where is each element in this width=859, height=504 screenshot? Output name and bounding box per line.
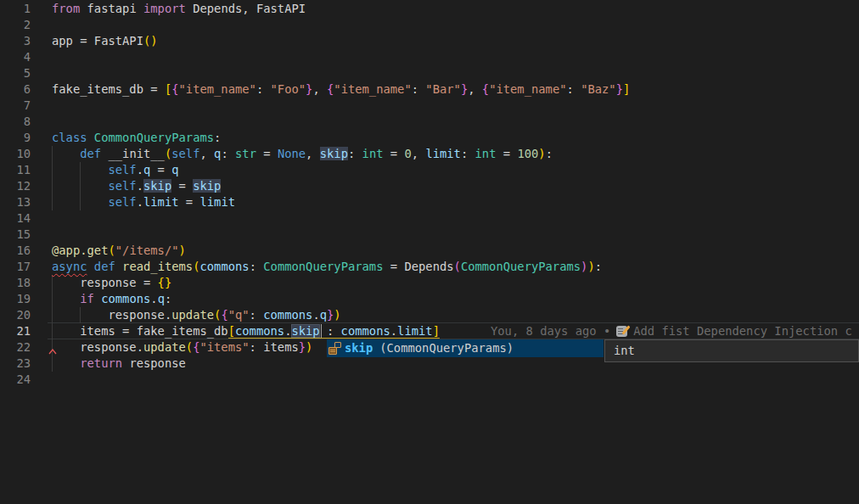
line-number[interactable]: 20 [0,307,31,323]
code-token [87,260,94,273]
line-number[interactable]: 24 [0,372,31,388]
line-number[interactable]: 3 [0,33,31,49]
code-token: , [199,147,214,160]
line-number[interactable]: 11 [0,162,31,178]
line-number[interactable]: 1 [0,1,31,17]
code-token: : [221,147,235,160]
line-number[interactable]: 17 [0,259,31,275]
code-token: int [475,147,497,160]
code-text: response = {} [31,275,171,291]
line-number[interactable]: 12 [0,178,31,194]
code-line[interactable]: 6fake_items_db = [{"item_name": "Foo"}, … [0,81,859,98]
code-token: { [221,308,227,322]
code-line[interactable]: 20 response.update({"q": commons.q}) [0,307,859,323]
suggest-details-panel: int [604,339,859,362]
code-token: limit [397,324,433,339]
code-text [31,98,52,114]
line-number[interactable]: 2 [0,17,31,33]
code-line[interactable]: 14 [0,210,859,227]
code-token: 0 [404,147,411,160]
code-token: fake_items_db = [52,82,165,96]
line-number[interactable]: 6 [0,81,31,98]
code-line[interactable]: 11 self.q = q [0,162,859,178]
code-token: items = fake_items_db [52,324,228,338]
code-token: commons [341,324,390,339]
code-token: ( [165,147,171,160]
code-text: response.update({"q": commons.q}) [31,307,341,323]
line-number[interactable]: 13 [0,194,31,210]
code-token: q [320,308,327,322]
suggest-item-label: skip [345,340,373,356]
code-line[interactable]: 19 if commons.q: [0,291,859,307]
code-line[interactable]: 10 def __init__(self, q: str = None, ski… [0,146,859,162]
code-token: limit [143,195,179,209]
code-token: commons [199,260,249,273]
code-token: ] [433,324,440,339]
code-line[interactable]: 1from fastapi import Depends, FastAPI [0,1,859,17]
code-line[interactable]: 16@app.get("/items/") [0,243,859,259]
code-token: = [256,147,278,160]
suggest-item-skip[interactable]: skip (CommonQueryParams) [327,339,604,357]
code-token: Depends [404,260,453,273]
code-line[interactable]: 12 self.skip = skip [0,178,859,194]
code-token: self [108,163,136,176]
code-token: "items" [199,340,249,354]
code-token: Depends, FastAPI [186,2,306,15]
code-line[interactable]: 18 response = {} [0,275,859,291]
code-text [31,114,52,130]
code-token: skip [193,179,221,193]
field-icon [328,342,342,356]
line-number[interactable]: 18 [0,275,31,291]
code-token: , [412,147,426,160]
code-token: ) [306,340,312,354]
code-token: : [348,147,362,160]
line-number[interactable]: 15 [0,227,31,243]
code-line[interactable]: 4 [0,49,859,65]
line-number[interactable]: 16 [0,243,31,259]
code-token [52,163,108,176]
line-number[interactable]: 4 [0,49,31,65]
code-line[interactable]: 5 [0,65,859,81]
code-token [52,179,108,193]
line-number[interactable]: 7 [0,98,31,114]
code-token: : [461,147,475,160]
code-token: ) [334,308,340,322]
code-token [94,292,101,305]
line-number[interactable]: 23 [0,356,31,372]
code-line[interactable]: 24 [0,372,859,388]
code-token: ] [623,82,630,96]
code-text [31,17,52,33]
code-line[interactable]: 13 self.limit = limit [0,194,859,210]
line-number[interactable]: 21 [0,323,31,339]
code-token: import [143,2,186,15]
code-text: fake_items_db = [{"item_name": "Foo"}, {… [31,81,630,98]
code-token: : [250,340,264,354]
code-text: def __init__(self, q: str = None, skip: … [31,146,553,162]
code-token: limit [425,147,461,160]
code-token: app = FastAPI [52,34,143,48]
code-line[interactable]: 2 [0,17,859,33]
code-line[interactable]: 7 [0,98,859,114]
code-text: self.limit = limit [31,194,235,210]
code-token [52,147,80,160]
line-number[interactable]: 10 [0,146,31,162]
line-number[interactable]: 5 [0,65,31,81]
code-token: = [383,260,404,273]
code-line[interactable]: 15 [0,227,859,243]
code-token: "Baz" [581,82,616,96]
code-token: q [171,163,178,176]
line-number[interactable]: 9 [0,130,31,146]
code-token: read_items [122,260,193,273]
line-number[interactable]: 19 [0,291,31,307]
line-number[interactable]: 22 [0,339,31,356]
code-token: : [546,147,553,160]
git-blame-annotation[interactable]: You, 8 days ago •Add fist Dependency Inj… [491,323,852,339]
code-line[interactable]: 17async def read_items(commons: CommonQu… [0,259,859,275]
code-token: ) [538,147,545,160]
code-line[interactable]: 9class CommonQueryParams: [0,130,859,146]
line-number[interactable]: 8 [0,114,31,130]
code-line[interactable]: 8 [0,114,859,130]
code-line[interactable]: 3app = FastAPI() [0,33,859,49]
code-token: limit [199,195,235,209]
line-number[interactable]: 14 [0,210,31,227]
